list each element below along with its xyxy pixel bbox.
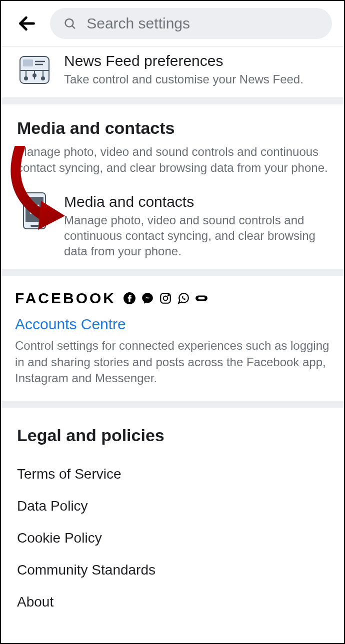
svg-line-25 bbox=[38, 205, 39, 206]
svg-rect-4 bbox=[23, 59, 33, 66]
accounts-centre-block: Accounts Centre Control settings for con… bbox=[1, 307, 344, 400]
search-icon bbox=[63, 16, 76, 31]
legal-item-terms[interactable]: Terms of Service bbox=[17, 458, 328, 490]
svg-point-1 bbox=[66, 19, 74, 27]
whatsapp-icon bbox=[177, 292, 190, 305]
svg-point-11 bbox=[24, 76, 28, 80]
settings-item-news-feed[interactable]: News Feed preferences Take control and c… bbox=[1, 46, 344, 97]
media-item-desc: Manage photo, video and sound controls a… bbox=[64, 212, 328, 259]
svg-point-13 bbox=[41, 76, 45, 80]
svg-line-23 bbox=[38, 212, 39, 214]
svg-rect-16 bbox=[30, 225, 38, 227]
legal-item-about[interactable]: About bbox=[17, 586, 328, 618]
news-feed-desc: Take control and customise your News Fee… bbox=[64, 71, 328, 87]
svg-rect-32 bbox=[198, 297, 205, 299]
svg-line-22 bbox=[30, 205, 32, 206]
media-item-title: Media and contacts bbox=[64, 193, 328, 210]
oculus-icon bbox=[195, 292, 208, 305]
section-divider bbox=[1, 97, 344, 104]
facebook-brand-bar: FACEBOOK bbox=[1, 276, 344, 307]
section-media-contacts: Media and contacts Manage photo, video a… bbox=[1, 104, 344, 187]
svg-point-12 bbox=[32, 73, 36, 77]
accounts-centre-link[interactable]: Accounts Centre bbox=[15, 316, 330, 333]
media-section-heading: Media and contacts bbox=[17, 118, 328, 138]
legal-heading: Legal and policies bbox=[17, 426, 328, 445]
legal-item-cookie-policy[interactable]: Cookie Policy bbox=[17, 522, 328, 554]
search-field[interactable] bbox=[50, 8, 332, 39]
settings-item-media-contacts[interactable]: Media and contacts Manage photo, video a… bbox=[1, 187, 344, 269]
facebook-wordmark: FACEBOOK bbox=[15, 290, 116, 307]
section-divider bbox=[1, 269, 344, 276]
svg-point-30 bbox=[168, 295, 169, 296]
messenger-icon bbox=[141, 292, 154, 305]
arrow-left-icon bbox=[17, 13, 37, 33]
search-input[interactable] bbox=[86, 15, 319, 32]
svg-line-2 bbox=[72, 26, 75, 29]
news-feed-icon bbox=[17, 52, 52, 87]
svg-point-26 bbox=[32, 207, 36, 211]
section-divider bbox=[1, 401, 344, 408]
section-legal: Legal and policies Terms of Service Data… bbox=[1, 408, 344, 618]
phone-gear-icon bbox=[17, 193, 52, 228]
legal-item-community-standards[interactable]: Community Standards bbox=[17, 554, 328, 586]
media-section-sub: Manage photo, video and sound controls a… bbox=[17, 144, 328, 176]
svg-line-24 bbox=[30, 212, 32, 214]
back-button[interactable] bbox=[13, 9, 41, 37]
legal-item-data-policy[interactable]: Data Policy bbox=[17, 490, 328, 522]
header-bar bbox=[1, 1, 344, 46]
svg-point-29 bbox=[164, 296, 168, 301]
instagram-icon bbox=[159, 292, 172, 305]
accounts-centre-desc: Control settings for connected experienc… bbox=[15, 338, 330, 386]
facebook-icon bbox=[123, 292, 136, 305]
news-feed-title: News Feed preferences bbox=[64, 52, 328, 69]
